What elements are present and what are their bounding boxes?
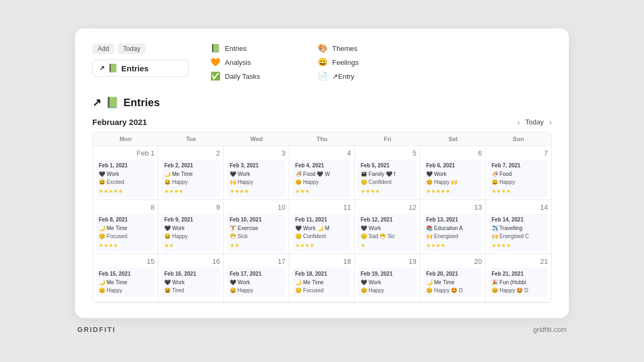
cal-date-number: 16 [162,257,220,265]
entry-date-label: Feb 18, 2021 [295,270,348,278]
calendar-cell[interactable]: 2Feb 2, 2021🌙 Me Time😀 Happy★★★★ [158,146,224,200]
calendar-cell[interactable]: 17Feb 17, 2021🖤 Work😀 Happy [224,254,289,302]
entry-tag: 🖤 Work [426,170,447,178]
nav-item-themes[interactable]: 🎨 Themes [318,43,404,53]
entry-date-label: Feb 10, 2021 [230,216,283,224]
cal-date-number: 6 [423,149,482,157]
add-button[interactable]: Add [92,43,114,54]
calendar-cell[interactable]: 14Feb 14, 2021✈️ Travelling🙌 Energised C… [486,200,551,254]
entry-card: Feb 20, 2021🌙 Me Time😊 Happy 🤩 D [423,268,482,297]
calendar-cell[interactable]: 4Feb 4, 2021🍜 Food 🖤 W😊 Happy★★★ [289,146,355,200]
entry-card: Feb 8, 2021🌙 Me Time😌 Focused★★★★ [96,213,155,252]
entry-card: Feb 14, 2021✈️ Travelling🙌 Energised C★★… [489,213,548,252]
entry-feeling: 😫 Tired [164,286,217,294]
cal-date-number: 8 [96,203,155,211]
entry-tag: 🍜 Food [492,170,512,178]
entry-card: Feb 21, 2021🎉 Fun (Hobbi😊 Happy 🤩 D [489,268,548,297]
entry-card: Feb 17, 2021🖤 Work😀 Happy [227,268,286,297]
calendar-cell[interactable]: 16Feb 16, 2021🖤 Work😫 Tired [158,254,224,302]
nav-label-daily-tasks: Daily Tasks [225,72,260,80]
nav-item-entries[interactable]: 📗 Entries [210,43,296,53]
calendar-cell[interactable]: 19Feb 19, 2021🖤 Work😊 Happy [355,254,420,302]
entry-tag: 🖤 Work [230,278,250,286]
entry-date-label: Feb 15, 2021 [99,270,152,278]
entries-icon: 📗 [210,43,221,53]
calendar-cell[interactable]: 18Feb 18, 2021🌙 Me Time😌 Focused [289,254,355,302]
daily-tasks-icon: ✅ [210,71,221,81]
cal-date-number: 19 [358,257,416,265]
calendar-cell[interactable]: 3Feb 3, 2021🖤 Work🙌 Happy★★★★ [224,146,289,200]
nav-item-entry[interactable]: 📄 ↗Entry [318,71,404,81]
entry-stars: ★★★★ [492,187,545,195]
entry-stars: ★★ [164,241,217,249]
next-month-arrow[interactable]: › [549,118,552,127]
today-nav-label[interactable]: Today [525,118,544,126]
entry-card: Feb 12, 2021🖤 Work😔 Sad 😷 Sic★ [358,213,416,252]
nav-item-daily-tasks[interactable]: ✅ Daily Tasks [210,71,296,81]
cal-date-number: 5 [358,149,416,157]
entry-date-label: Feb 3, 2021 [230,161,283,169]
entry-date-label: Feb 12, 2021 [361,216,414,224]
calendar-cell[interactable]: 10Feb 10, 2021🏋️ Exercise😷 Sick★★ [224,200,289,254]
entry-card: Feb 3, 2021🖤 Work🙌 Happy★★★★ [227,159,286,197]
entry-feeling: 😷 Sick [230,232,283,240]
cal-date-number: 4 [292,149,351,157]
prev-month-arrow[interactable]: ‹ [517,118,520,127]
calendar-cell[interactable]: 13Feb 13, 2021📚 Education A🙌 Energised★★… [420,200,486,254]
entry-tag: 🖤 Work [230,170,250,178]
entry-card: Feb 19, 2021🖤 Work😊 Happy [358,268,416,297]
calendar-cell[interactable]: 21Feb 21, 2021🎉 Fun (Hobbi😊 Happy 🤩 D [486,254,551,302]
today-button[interactable]: Today [118,43,145,54]
calendar-cell[interactable]: 7Feb 7, 2021🍜 Food😀 Happy★★★★ [486,146,551,200]
entry-stars: ★★★★ [492,241,545,249]
nav-item-feelings[interactable]: 😀 Feelings [318,57,404,67]
entry-feeling: 😊 Happy 🤩 D [426,286,479,294]
nav-item-analysis[interactable]: 🧡 Analysis [210,57,296,67]
cal-date-number: 9 [162,203,220,211]
calendar-cell[interactable]: 9Feb 9, 2021🖤 Work😀 Happy★★ [158,200,224,254]
calendar-cell[interactable]: 15Feb 15, 2021🌙 Me Time😊 Happy [93,254,158,302]
calendar-cell[interactable]: 5Feb 5, 2021👨‍👩‍👧 Family 🖤 f😌 Confident★… [355,146,420,200]
entry-feeling: 😀 Happy [230,286,283,294]
entry-feeling: 😊 Happy [361,286,414,294]
entry-tag: 👨‍👩‍👧 Family 🖤 f [361,170,396,178]
calendar-cell[interactable]: 8Feb 8, 2021🌙 Me Time😌 Focused★★★★ [93,200,158,254]
calendar-body: Feb 1Feb 1, 2021🖤 Work😆 Excited★★★★★2Feb… [93,146,551,302]
footer-brand: GRIDFITI [77,326,116,334]
entry-card: Feb 7, 2021🍜 Food😀 Happy★★★★ [489,159,548,197]
entry-feeling: 😌 Confident [361,178,414,186]
nav-label-entry: ↗Entry [332,72,354,80]
calendar-cell[interactable]: 20Feb 20, 2021🌙 Me Time😊 Happy 🤩 D [420,254,486,302]
entry-feeling: 😊 Happy 🤩 D [492,286,545,294]
calendar-cell[interactable]: Feb 1Feb 1, 2021🖤 Work😆 Excited★★★★★ [93,146,158,200]
entry-card: Feb 10, 2021🏋️ Exercise😷 Sick★★ [227,213,286,252]
entry-feeling: 🙌 Energised [426,232,479,240]
active-item-icon: 📗 [108,63,118,73]
calendar-cell[interactable]: 11Feb 11, 2021🖤 Work 🌙 M😌 Confident★★★★ [289,200,355,254]
entry-card: Feb 9, 2021🖤 Work😀 Happy★★ [162,213,220,252]
day-header-thu: Thu [289,132,355,145]
nav-active-item[interactable]: ↗ 📗 Entries [92,60,189,77]
entry-feeling: 😌 Focused [99,232,152,240]
calendar-days-header: Mon Tue Wed Thu Fri Sat Sun [93,132,551,146]
section-arrow: ↗ [92,96,101,109]
day-header-fri: Fri [355,132,420,145]
entry-feeling: 😊 Happy 🙌 [426,178,479,186]
calendar-month: February 2021 [92,117,147,127]
entry-date-label: Feb 19, 2021 [361,270,414,278]
calendar-cell[interactable]: 6Feb 6, 2021🖤 Work😊 Happy 🙌★★★★★ [420,146,486,200]
entry-stars: ★ [361,241,414,249]
entry-feeling: 😊 Happy [99,286,152,294]
entry-stars: ★★★★★ [426,187,479,195]
entry-date-label: Feb 11, 2021 [295,216,348,224]
cal-date-number: 14 [489,203,548,211]
entry-date-label: Feb 4, 2021 [295,161,348,169]
entry-feeling: 😌 Confident [295,232,348,240]
entry-stars: ★★★★★ [99,187,152,195]
nav-label-entries: Entries [225,45,246,53]
entry-tag: 🖤 Work [99,170,119,178]
calendar-cell[interactable]: 12Feb 12, 2021🖤 Work😔 Sad 😷 Sic★ [355,200,420,254]
entry-tag: 🌙 Me Time [295,278,324,286]
entry-date-label: Feb 16, 2021 [164,270,217,278]
entry-feeling: 😊 Happy [295,178,348,186]
